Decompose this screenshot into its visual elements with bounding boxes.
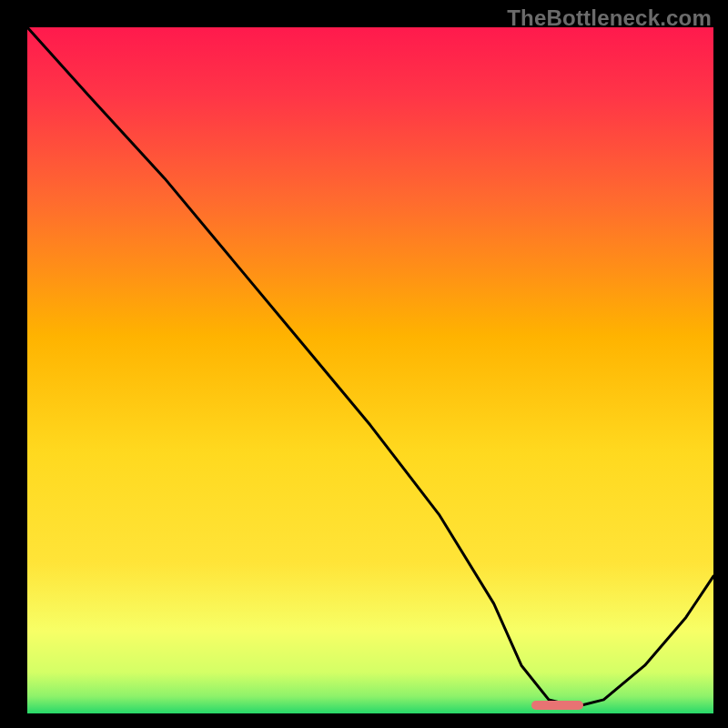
x-axis (25, 713, 715, 715)
optimal-range-marker (531, 701, 583, 710)
bottleneck-chart (27, 27, 713, 713)
gradient-background (27, 27, 713, 713)
y-axis (25, 27, 27, 715)
